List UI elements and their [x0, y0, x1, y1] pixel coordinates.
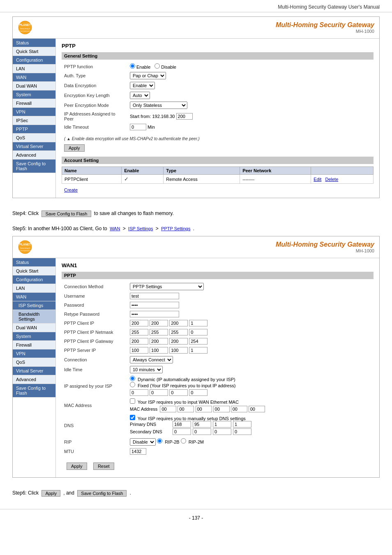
pptp-gw-3[interactable]	[169, 338, 188, 345]
mac-6[interactable]	[249, 406, 265, 412]
username-input[interactable]	[130, 293, 179, 299]
step5-nav2[interactable]: ISP Settings	[128, 226, 153, 231]
ip-end-input[interactable]	[176, 113, 193, 120]
create-link[interactable]: Create	[62, 186, 80, 194]
delete-link[interactable]: Delete	[325, 177, 338, 182]
conn-method-select[interactable]: PPTP Settings	[130, 283, 204, 290]
sidebar-item-pptp-1[interactable]: PPTP	[13, 125, 55, 134]
sidebar2-item-firewall[interactable]: Firewall	[13, 341, 55, 349]
dynamic-radio[interactable]	[130, 376, 135, 381]
primary-dns-1[interactable]	[173, 421, 191, 428]
sidebar-item-vpn-1[interactable]: VPN	[13, 108, 55, 116]
pptp-server-3[interactable]	[169, 347, 188, 354]
rip-disable-select[interactable]: Disable	[130, 438, 156, 446]
wan-reset-btn[interactable]: Reset	[93, 462, 114, 470]
sidebar-item-saveconfig-1[interactable]: Save Config to Flash	[13, 160, 55, 173]
sidebar-item-system-1[interactable]: System	[13, 90, 55, 99]
pptp-gw-4[interactable]	[189, 338, 208, 345]
step5-nav1[interactable]: WAN	[110, 226, 120, 231]
mtu-input[interactable]	[130, 448, 146, 455]
rip-2m-radio[interactable]	[181, 438, 186, 444]
sidebar2-item-status[interactable]: Status	[13, 258, 55, 267]
pptp-server-4[interactable]	[189, 347, 208, 354]
idle-time-select[interactable]: 10 minutes	[130, 366, 163, 373]
mac-checkbox[interactable]	[130, 398, 135, 404]
pptp-gw-2[interactable]	[150, 338, 168, 345]
sidebar2-item-bandwidth[interactable]: Bandwidth Settings	[13, 310, 55, 324]
step5-nav3[interactable]: PPTP Settings	[161, 226, 190, 231]
step6-save-btn[interactable]: Save Config to Flash	[77, 490, 127, 497]
sidebar2-item-qos[interactable]: QoS	[13, 358, 55, 367]
auth-type-select[interactable]: Pap or Chap	[130, 72, 166, 79]
sidebar2-item-virtualserver[interactable]: Virtual Server	[13, 367, 55, 375]
pptp-mask-3[interactable]	[169, 329, 188, 335]
pptp-client-ip-4[interactable]	[189, 320, 208, 326]
sidebar-item-lan-1[interactable]: LAN	[13, 65, 55, 73]
sidebar2-item-advanced[interactable]: Advanced	[13, 375, 55, 384]
fixed-ip-3[interactable]	[169, 389, 188, 396]
sidebar-item-firewall-1[interactable]: Firewall	[13, 99, 55, 108]
sidebar-item-virtualserver-1[interactable]: Virtual Server	[13, 142, 55, 151]
sidebar-item-quickstart-1[interactable]: Quick Start	[13, 47, 55, 56]
wan-apply-btn[interactable]: Apply	[67, 462, 87, 470]
pptp-client-ip-1[interactable]	[130, 320, 148, 326]
pptp-server-1[interactable]	[130, 347, 148, 354]
mac-1[interactable]	[160, 406, 176, 412]
pptp-apply-btn[interactable]: Apply	[64, 144, 85, 152]
edit-link[interactable]: Edit	[314, 177, 321, 182]
idle-input[interactable]	[130, 124, 146, 130]
enc-key-select[interactable]: Auto	[130, 92, 150, 99]
sidebar2-item-lan[interactable]: LAN	[13, 284, 55, 293]
sidebar2-item-saveconfig[interactable]: Save Config to Flash	[13, 384, 55, 398]
password-input[interactable]	[130, 302, 179, 308]
step6-apply-btn[interactable]: Apply	[42, 490, 60, 497]
pptp-client-ip-3[interactable]	[169, 320, 188, 326]
sidebar-item-dualwan-1[interactable]: Dual WAN	[13, 82, 55, 90]
sidebar-item-status-1[interactable]: Status	[13, 39, 55, 47]
sidebar2-item-dualwan[interactable]: Dual WAN	[13, 324, 55, 332]
sidebar-item-qos-1[interactable]: QoS	[13, 134, 55, 142]
pptp-server-2[interactable]	[150, 347, 168, 354]
fixed-ip-4[interactable]	[189, 389, 208, 396]
data-enc-select[interactable]: Enable	[130, 82, 155, 89]
enable-radio-label[interactable]: Enable	[130, 63, 150, 69]
mac-3[interactable]	[196, 406, 212, 412]
primary-dns-2[interactable]	[193, 421, 211, 428]
peer-enc-select[interactable]: Only Stateless	[130, 102, 187, 109]
primary-dns-4[interactable]	[233, 421, 251, 428]
sidebar2-item-configuration[interactable]: Configuration	[13, 275, 55, 284]
sidebar2-item-vpn[interactable]: VPN	[13, 349, 55, 358]
enable-radio[interactable]	[130, 63, 135, 69]
pptp-mask-1[interactable]	[130, 329, 148, 335]
mac-4[interactable]	[213, 406, 230, 412]
fixed-ip-2[interactable]	[150, 389, 168, 396]
sidebar2-item-isp-settings[interactable]: ISP Settings	[13, 301, 55, 310]
sidebar-item-configuration-1[interactable]: Configuration	[13, 56, 55, 65]
mac-5[interactable]	[231, 406, 247, 412]
mac-2[interactable]	[178, 406, 194, 412]
connection-select[interactable]: Always Connect	[130, 356, 173, 363]
fixed-ip-1[interactable]	[130, 389, 148, 396]
sidebar2-item-quickstart[interactable]: Quick Start	[13, 267, 55, 275]
pptp-mask-4[interactable]	[189, 329, 208, 335]
pptp-gw-1[interactable]	[130, 338, 148, 345]
disable-radio[interactable]	[154, 63, 160, 69]
fixed-radio[interactable]	[130, 382, 135, 387]
rip-2b-radio[interactable]	[157, 438, 162, 444]
sidebar2-item-wan[interactable]: WAN	[13, 293, 55, 301]
sidebar2-item-system[interactable]: System	[13, 332, 55, 341]
step4-save-btn[interactable]: Save Config to Flash	[42, 210, 91, 217]
secondary-dns-4[interactable]	[233, 428, 251, 435]
pptp-mask-2[interactable]	[150, 329, 168, 335]
secondary-dns-3[interactable]	[213, 428, 231, 435]
dns-checkbox[interactable]	[130, 415, 135, 420]
sidebar-item-advanced-1[interactable]: Advanced	[13, 151, 55, 160]
disable-radio-label[interactable]: Disable	[154, 63, 176, 69]
primary-dns-3[interactable]	[213, 421, 231, 428]
secondary-dns-1[interactable]	[173, 428, 191, 435]
secondary-dns-2[interactable]	[193, 428, 211, 435]
sidebar-item-wan-1[interactable]: WAN	[13, 73, 55, 82]
sidebar-item-ipsec-1[interactable]: IPSec	[13, 116, 55, 125]
retype-input[interactable]	[130, 311, 179, 317]
pptp-client-ip-2[interactable]	[150, 320, 168, 326]
